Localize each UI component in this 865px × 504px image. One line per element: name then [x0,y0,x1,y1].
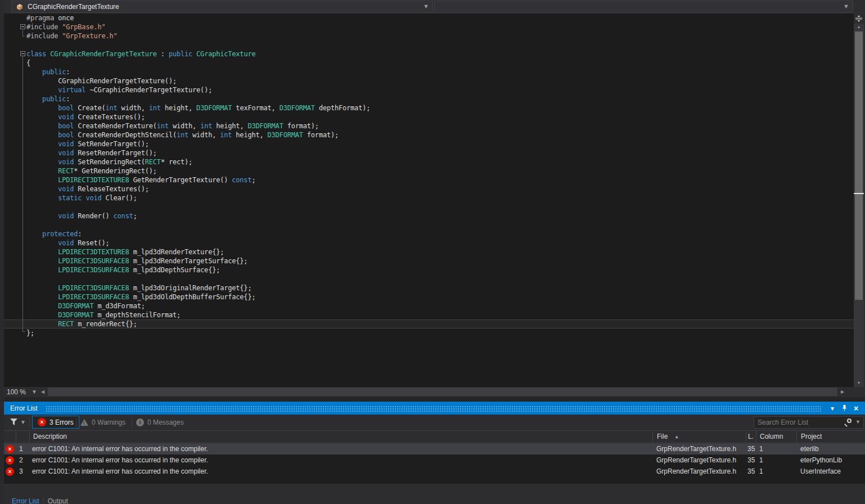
code-token: void [58,140,74,148]
vertical-scrollbar-track[interactable]: ▲ ▼ [854,24,864,387]
code-token: Clear(); [102,194,137,202]
tab-error-list[interactable]: Error List [8,497,43,504]
code-token: void [58,212,74,220]
filter-button[interactable]: ▼ [10,418,26,425]
window-position-button[interactable]: ▾ [828,404,837,413]
code-token: ~CGraphicRenderTargetTexture(); [85,86,212,94]
pin-button[interactable] [840,404,849,413]
error-number: 2 [16,456,29,464]
zoom-select[interactable]: 100 % ▼ [4,387,37,397]
header-number-column [16,431,29,442]
code-token: RECT [145,158,161,166]
code-area[interactable]: #pragma once#include "GrpBase.h"#include… [4,14,854,338]
code-token: int [177,131,188,139]
code-token: CreateRenderDepthStencil( [74,131,177,139]
error-file: GrpRenderTargetTexture.h [652,467,746,475]
code-token: SetRenderingRect( [74,158,145,166]
filter-icon [10,418,17,425]
column-header-project[interactable]: Project [796,431,865,442]
code-token [26,158,58,166]
code-line [4,40,854,50]
type-dropdown-label: CGraphicRenderTargetTexture [28,3,119,11]
code-token: void [85,194,101,202]
tab-output[interactable]: Output [44,497,72,504]
code-line: D3DFORMAT m_d3dFormat; [4,302,854,310]
scroll-down-arrow-icon[interactable]: ▼ [854,380,864,386]
code-token: m_renderRect{}; [74,320,137,328]
code-token [26,104,58,112]
error-file: GrpRenderTargetTexture.h [652,456,746,464]
messages-count-label: 0 Messages [147,418,184,426]
vertical-scrollbar-thumb[interactable] [855,32,863,300]
panel-drag-grip[interactable] [46,406,821,412]
code-token: width, [188,131,220,139]
code-token: m_lpd3dDepthSurface{}; [129,266,220,274]
code-token: Reset(); [74,239,109,247]
error-row[interactable]: ×3error C1001: An internal error has occ… [4,466,865,477]
column-header-file[interactable]: File ▲ [652,431,746,442]
code-token: * GetRenderingRect(); [74,167,157,175]
error-row[interactable]: ×1error C1001: An internal error has occ… [4,443,865,454]
code-token: CGraphicRenderTargetTexture(); [26,77,177,85]
code-line: virtual ~CGraphicRenderTargetTexture(); [4,86,854,94]
tool-window-tabs: Error List Output [4,497,72,504]
code-token [26,266,58,274]
code-token: D3DFORMAT [196,104,232,112]
code-line: { [4,58,854,68]
info-icon: i [136,418,144,426]
warnings-filter-button[interactable]: ! 0 Warnings [80,416,125,429]
code-token: height, [161,104,196,112]
code-token: int [106,104,118,112]
chevron-down-icon[interactable]: ▼ [855,419,861,425]
code-line: void SetRenderingRect(RECT* rect); [4,158,854,166]
code-token: CreateTextures(); [74,113,145,121]
code-token: texFormat, [232,104,279,112]
code-line: #include "GrpTexture.h" [4,32,854,40]
toolbar-separator [132,417,132,428]
fold-collapse-icon[interactable] [20,24,25,29]
scroll-right-arrow-icon[interactable]: ▶ [839,388,846,396]
code-token: public [42,68,66,76]
messages-filter-button[interactable]: i 0 Messages [136,416,184,429]
chevron-down-icon: ▾ [831,404,834,412]
column-header-column[interactable]: Column [756,431,796,442]
members-dropdown[interactable]: ▼ [434,1,853,13]
code-token: height, [212,122,247,130]
error-icon: × [4,456,16,465]
code-line: void Render() const; [4,212,854,220]
code-token: : [66,95,70,103]
code-token [26,122,58,130]
code-token: m_lpd3dRenderTargetSurface{}; [129,257,248,265]
code-token [26,248,58,256]
vertical-scrollbar[interactable]: ▲ ▼ [854,14,864,387]
search-icon[interactable] [844,418,852,426]
toolbar-separator [29,417,30,428]
code-token: m_lpd3dRenderTexture{}; [129,248,224,256]
horizontal-scrollbar[interactable] [48,388,837,396]
column-header-description[interactable]: Description [29,431,652,442]
code-token: virtual [58,86,85,94]
code-line: LPDIRECT3DSURFACE8 m_lpd3dDepthSurface{}… [4,266,854,274]
code-token: LPDIRECT3DTEXTURE8 [58,176,129,184]
code-token: D3DFORMAT [268,131,303,139]
code-token: const [232,176,251,184]
error-row[interactable]: ×2error C1001: An internal error has occ… [4,454,865,466]
code-token: void [58,149,74,157]
types-dropdown[interactable]: CGraphicRenderTargetTexture ▼ [11,1,433,13]
code-token [26,140,58,148]
sort-ascending-icon: ▲ [674,434,679,439]
scroll-left-arrow-icon[interactable]: ◀ [39,388,47,396]
code-token [26,320,58,328]
column-header-line[interactable]: L. [746,431,756,442]
error-line: 35 [746,456,756,464]
code-token: bool [58,122,74,130]
code-token [26,113,58,121]
editor-splitter-handle[interactable] [854,14,864,24]
close-button[interactable]: × [852,404,861,413]
code-line: void SetRenderTarget(); [4,140,854,148]
code-token: RECT [58,167,74,175]
scroll-up-arrow-icon[interactable]: ▲ [854,24,864,30]
fold-collapse-icon[interactable] [20,51,25,56]
code-editor[interactable]: #pragma once#include "GrpBase.h"#include… [4,14,854,387]
errors-filter-button[interactable]: × 3 Errors [32,416,79,429]
